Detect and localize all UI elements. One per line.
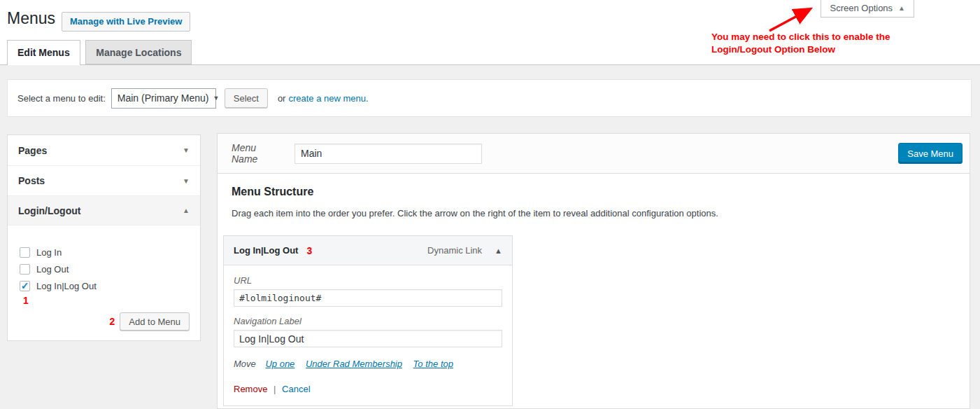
menu-item-card: Log In|Log Out 3 Dynamic Link ▲ URL Navi… [223, 235, 513, 406]
menu-item-settings: URL Navigation Label Move Up one Under R… [224, 265, 512, 405]
menu-select-dropdown[interactable]: Main (Primary Menu) ▼ [111, 88, 216, 109]
nav-tabs: Edit Menus Manage Locations [7, 40, 192, 65]
or-text: or [278, 93, 286, 104]
checkbox-row-log-out[interactable]: Log Out [20, 261, 190, 277]
menu-select-bar: Select a menu to edit: Main (Primary Men… [7, 79, 972, 117]
move-links-row: Move Up one Under Rad Membership To the … [234, 359, 502, 369]
menu-name-label: Menu Name [232, 142, 280, 165]
page-header: Menus Manage with Live Preview Screen Op… [0, 0, 980, 65]
accordion-pages-label: Pages [18, 145, 47, 156]
url-field-label: URL [234, 275, 502, 286]
cancel-link[interactable]: Cancel [282, 384, 310, 394]
checkbox-label: Log Out [36, 264, 69, 275]
checkbox-unchecked[interactable] [20, 264, 30, 275]
chevron-up-icon: ▲ [898, 0, 905, 17]
annotation-step-2: 2 [109, 316, 115, 327]
annotation-step-1: 1 [23, 295, 190, 306]
tab-manage-locations[interactable]: Manage Locations [85, 40, 192, 64]
menu-select-value: Main (Primary Menu) [118, 92, 209, 104]
accordion-login-logout-label: Login/Logout [18, 205, 80, 216]
chevron-down-icon: ▼ [183, 177, 190, 185]
chevron-down-icon: ▼ [213, 95, 219, 102]
menu-structure-title: Menu Structure [232, 186, 956, 198]
red-arrow-annotation [762, 3, 822, 34]
accordion-posts-label: Posts [18, 175, 45, 186]
accordion-pages[interactable]: Pages ▼ [8, 135, 200, 165]
screen-options-label: Screen Options [830, 0, 893, 17]
select-menu-label: Select a menu to edit: [17, 93, 106, 104]
manage-live-preview-button[interactable]: Manage with Live Preview [62, 12, 190, 32]
navigation-label-field-label: Navigation Label [234, 316, 502, 326]
navigation-label-input[interactable] [234, 330, 502, 347]
remove-link[interactable]: Remove [234, 384, 267, 394]
menu-editor-panel: Menu Name Save Menu Menu Structure Drag … [217, 133, 970, 409]
save-menu-button[interactable]: Save Menu [898, 143, 963, 164]
move-to-the-top-link[interactable]: To the top [413, 359, 453, 369]
checkbox-label: Log In [36, 247, 62, 258]
move-under-rad-membership-link[interactable]: Under Rad Membership [306, 359, 402, 369]
red-note-line1: You may need to click this to enable the [711, 31, 921, 43]
menu-name-header: Menu Name Save Menu [218, 134, 970, 174]
accordion-login-logout[interactable]: Login/Logout ▲ [8, 195, 200, 226]
add-to-menu-button[interactable]: Add to Menu [120, 312, 190, 331]
select-button[interactable]: Select [225, 88, 268, 108]
red-note-text: You may need to click this to enable the… [711, 31, 921, 56]
menu-items-sidebar: Pages ▼ Posts ▼ Login/Logout ▲ Log In Lo… [7, 134, 201, 341]
login-logout-panel-body: Log In Log Out ✓ Log In|Log Out 1 2 Add … [8, 226, 200, 340]
chevron-up-icon[interactable]: ▲ [495, 247, 502, 255]
move-label: Move [234, 359, 256, 369]
remove-cancel-row: Remove | Cancel [234, 384, 502, 394]
screen-options-button[interactable]: Screen Options ▲ [821, 0, 914, 18]
menu-structure-section: Menu Structure Drag each item into the o… [218, 174, 970, 406]
link-separator: | [274, 384, 276, 394]
menu-item-handle[interactable]: Log In|Log Out 3 Dynamic Link ▲ [224, 236, 512, 265]
create-new-menu-link[interactable]: create a new menu [288, 93, 366, 104]
period-text: . [366, 93, 369, 104]
checkbox-label: Log In|Log Out [36, 281, 97, 291]
checkbox-checked[interactable]: ✓ [20, 281, 30, 291]
checkbox-row-log-in[interactable]: Log In [20, 244, 190, 261]
menu-item-title: Log In|Log Out [234, 245, 298, 256]
chevron-up-icon: ▲ [183, 207, 190, 214]
menu-item-type-label: Dynamic Link [427, 245, 482, 256]
tab-edit-menus[interactable]: Edit Menus [7, 40, 80, 65]
move-up-one-link[interactable]: Up one [265, 359, 294, 369]
page-title: Menus [7, 9, 55, 28]
chevron-down-icon: ▼ [183, 146, 190, 154]
accordion-posts[interactable]: Posts ▼ [8, 165, 200, 195]
url-input[interactable] [234, 289, 502, 307]
annotation-step-3: 3 [306, 245, 312, 256]
menu-name-input[interactable] [294, 144, 482, 164]
menu-structure-help: Drag each item into the order you prefer… [232, 208, 956, 219]
checkbox-row-log-in-log-out[interactable]: ✓ Log In|Log Out [20, 277, 190, 294]
checkbox-unchecked[interactable] [20, 247, 30, 258]
add-to-menu-row: 2 Add to Menu [20, 312, 190, 331]
red-note-line2: Login/Logout Option Below [711, 43, 921, 56]
